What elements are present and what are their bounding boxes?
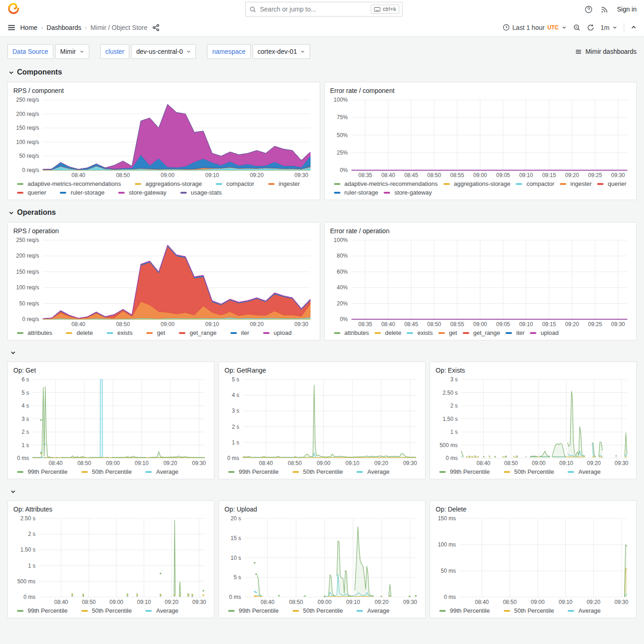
legend-label: upload	[540, 329, 558, 336]
breadcrumb-home[interactable]: Home	[20, 24, 37, 31]
legend-item[interactable]: 99th Percentile	[439, 607, 490, 614]
panel-title[interactable]: Op: Exists	[436, 367, 631, 374]
legend-item[interactable]: attributes	[17, 329, 52, 336]
panel-title[interactable]: Op: GetRange	[224, 367, 420, 374]
legend-item[interactable]: compactor	[216, 180, 254, 187]
legend-item[interactable]: attributes	[334, 329, 369, 336]
legend-item[interactable]: 99th Percentile	[439, 468, 490, 475]
refresh-icon[interactable]	[587, 24, 594, 31]
legend-item[interactable]: 50th Percentile	[293, 468, 343, 475]
legend-item[interactable]: Average	[356, 468, 389, 475]
mimir-dashboards-button[interactable]: Mimir dashboards	[575, 48, 637, 55]
legend-item[interactable]: get_range	[179, 329, 217, 336]
grafana-logo[interactable]	[7, 2, 20, 16]
legend-item[interactable]: aggregations-storage	[443, 180, 511, 187]
svg-text:250 req/s: 250 req/s	[16, 97, 39, 103]
legend-item[interactable]: Average	[356, 607, 389, 614]
share-icon[interactable]	[152, 24, 160, 31]
legend-label: exists	[417, 329, 432, 336]
legend-item[interactable]: 50th Percentile	[504, 468, 554, 475]
legend-item[interactable]: Average	[568, 468, 600, 475]
variable-datasource-value[interactable]: Mimir	[55, 44, 89, 59]
svg-text:15 s: 15 s	[230, 535, 241, 541]
legend-item[interactable]: 99th Percentile	[228, 607, 279, 614]
legend-item[interactable]: get	[146, 329, 165, 336]
legend-item[interactable]: delete	[374, 329, 401, 336]
legend-item[interactable]: aggregations-storage	[135, 180, 202, 187]
breadcrumb-dashboards[interactable]: Dashboards	[46, 24, 81, 31]
chart-op-exists[interactable]: 0 ms500 ms1 s1.50 s2 s2.50 s3 s08:4008:5…	[436, 376, 631, 466]
chart-op-attributes[interactable]: 0 ms500 ms1 s1.50 s2 s2.50 s08:4008:5009…	[13, 515, 208, 605]
panel-title[interactable]: Error rate / component	[330, 87, 631, 94]
chart-rps-component[interactable]: 0 req/s50 req/s100 req/s150 req/s200 req…	[13, 96, 314, 178]
help-icon[interactable]	[585, 6, 592, 13]
sign-in-link[interactable]: Sign in	[617, 6, 637, 13]
legend-item[interactable]: ruler-storage	[334, 189, 379, 196]
legend-label: querier	[608, 180, 626, 187]
legend-item[interactable]: Average	[145, 468, 178, 475]
legend-item[interactable]: adaptive-metrics-recommendations	[334, 180, 438, 187]
legend-item[interactable]: querier	[597, 180, 626, 187]
panel-title[interactable]: Error rate / operation	[330, 227, 631, 235]
time-range-picker[interactable]: Last 1 hour UTC	[503, 24, 567, 31]
legend-item[interactable]: ingester	[268, 180, 300, 187]
legend-item[interactable]: store-gateway	[384, 189, 432, 196]
legend-item[interactable]: 50th Percentile	[81, 468, 132, 475]
chart-op-upload[interactable]: 0 ms5 s10 s15 s20 s08:4008:5009:0009:100…	[224, 515, 420, 605]
collapse-toolbar-icon[interactable]	[631, 24, 637, 30]
zoom-out-icon[interactable]	[573, 24, 581, 31]
legend-item[interactable]: upload	[530, 329, 558, 336]
legend-item[interactable]: ingester	[560, 180, 592, 187]
legend-swatch	[17, 332, 23, 334]
chart-op-get[interactable]: 0 ms1 s2 s3 s4 s5 s6 s08:4008:5009:0009:…	[13, 376, 208, 466]
chart-rps-operation[interactable]: 0 req/s50 req/s100 req/s150 req/s200 req…	[13, 236, 314, 328]
legend-item[interactable]: 99th Percentile	[228, 468, 279, 475]
legend-item[interactable]: iter	[230, 329, 249, 336]
legend-item[interactable]: upload	[263, 329, 292, 336]
news-icon[interactable]	[601, 6, 609, 13]
legend-item[interactable]: get	[438, 329, 457, 336]
legend-item[interactable]: delete	[66, 329, 92, 336]
panel-title[interactable]: Op: Attributes	[13, 506, 208, 513]
legend-item[interactable]: 50th Percentile	[504, 607, 554, 614]
variable-cluster-value[interactable]: dev-us-central-0	[131, 44, 196, 59]
legend-item[interactable]: Average	[145, 607, 178, 614]
legend-item[interactable]: store-gateway	[118, 189, 167, 196]
variable-datasource-label[interactable]: Data Source	[7, 44, 53, 59]
chart-op-delete[interactable]: 0 ms50 ms100 ms150 ms08:4008:5009:0009:1…	[436, 515, 631, 605]
panel-error-rate-operation: Error rate / operation 0%20%40%60%80%100…	[324, 222, 637, 340]
legend-item[interactable]: 99th Percentile	[17, 607, 68, 614]
collapsed-section-row[interactable]	[10, 488, 637, 495]
chart-error-rate-component[interactable]: 0%25%50%75%100%08:3508:4008:4508:5008:55…	[330, 96, 631, 178]
menu-toggle-icon[interactable]	[7, 23, 16, 32]
panel-title[interactable]: Op: Upload	[224, 506, 420, 513]
panel-title[interactable]: RPS / component	[13, 87, 314, 94]
section-components[interactable]: Components	[8, 68, 637, 76]
legend-item[interactable]: compactor	[516, 180, 554, 187]
legend-item[interactable]: adaptive-metrics-recommendations	[17, 180, 121, 187]
legend-item[interactable]: exists	[407, 329, 432, 336]
panel-title[interactable]: RPS / operation	[13, 227, 314, 235]
variable-namespace-label[interactable]: namespace	[207, 44, 250, 59]
legend-item[interactable]: 50th Percentile	[81, 607, 132, 614]
legend-item[interactable]: Average	[568, 607, 600, 614]
legend-item[interactable]: ruler-storage	[60, 189, 104, 196]
legend-item[interactable]: 99th Percentile	[17, 468, 68, 475]
legend-item[interactable]: exists	[107, 329, 132, 336]
legend-item[interactable]: querier	[17, 189, 46, 196]
legend-item[interactable]: iter	[506, 329, 524, 336]
panel-title[interactable]: Op: Get	[13, 367, 208, 374]
legend-item[interactable]: get_range	[463, 329, 500, 336]
collapsed-section-row[interactable]	[10, 349, 637, 356]
variable-cluster-label[interactable]: cluster	[100, 44, 129, 59]
search-input[interactable]: Search or jump to... ctrl+k	[245, 2, 402, 17]
refresh-interval-picker[interactable]: 1m	[601, 24, 617, 31]
chart-op-getrange[interactable]: 0 ms1 s2 s3 s4 s5 s08:4008:5009:0009:100…	[224, 376, 420, 466]
chart-error-rate-operation[interactable]: 0%20%40%60%80%100%08:3508:4008:4508:5008…	[330, 236, 631, 328]
legend-item[interactable]: usage-stats	[180, 189, 222, 196]
section-operations[interactable]: Operations	[8, 208, 637, 217]
legend-item[interactable]: 50th Percentile	[293, 607, 343, 614]
legend-swatch	[293, 610, 299, 612]
variable-namespace-value[interactable]: cortex-dev-01	[253, 44, 310, 59]
panel-title[interactable]: Op: Delete	[436, 506, 631, 513]
